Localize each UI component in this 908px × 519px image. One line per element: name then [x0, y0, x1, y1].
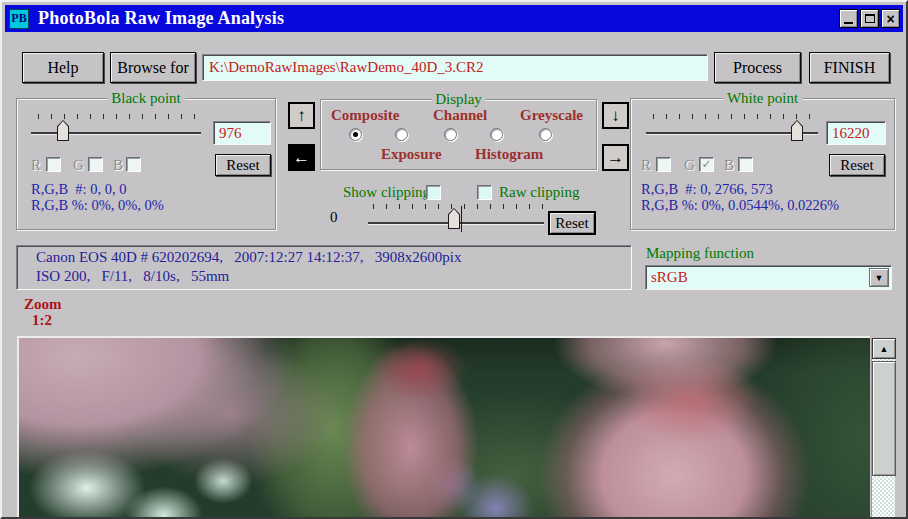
black-point-r-label: R: [31, 157, 41, 174]
black-point-g-checkbox[interactable]: [88, 157, 103, 172]
photo-vertical-scrollbar[interactable]: ▲: [871, 338, 895, 519]
scrollbar-up-button[interactable]: ▲: [872, 338, 896, 359]
arrow-up-icon: ↑: [297, 106, 306, 126]
white-point-b-label: B: [724, 157, 734, 174]
white-point-r-label: R: [641, 157, 651, 174]
black-point-rgb-count: R,G,B #: 0, 0, 0: [31, 181, 126, 198]
pan-down-button[interactable]: ↓: [602, 102, 629, 129]
camera-info-line2: ISO 200, F/11, 8/10s, 55mm: [36, 268, 229, 285]
white-point-value-field[interactable]: 16220: [826, 121, 886, 145]
white-point-b-checkbox[interactable]: [738, 157, 753, 172]
pan-left-button[interactable]: ←: [288, 144, 315, 171]
close-button[interactable]: ×: [881, 9, 900, 28]
zoom-label: Zoom: [24, 296, 62, 313]
show-clipping-label: Show clipping: [343, 184, 430, 201]
photo-frame: [17, 336, 870, 519]
white-point-rgb-count: R,G,B #: 0, 2766, 573: [641, 181, 773, 198]
arrow-left-icon: ←: [293, 148, 310, 168]
white-point-slider-ticks: [653, 114, 813, 119]
white-point-g-label: G: [684, 157, 695, 174]
mapping-function-label: Mapping function: [646, 245, 754, 262]
black-point-value-field[interactable]: 976: [213, 121, 271, 145]
black-point-g-label: G: [73, 157, 84, 174]
black-point-r-checkbox[interactable]: [46, 157, 61, 172]
title-bar[interactable]: PB PhotoBola Raw Image Analysis ×: [5, 5, 903, 32]
white-point-reset-button[interactable]: Reset: [829, 154, 885, 176]
process-button[interactable]: Process: [714, 52, 801, 83]
black-point-group: Black point 976 R G B Reset R,G,B #: 0, …: [16, 98, 276, 230]
process-button-label: Process: [733, 59, 782, 77]
mapping-function-dropdown[interactable]: sRGB ▼: [645, 265, 892, 290]
app-icon: PB: [9, 9, 29, 29]
maximize-button[interactable]: [860, 9, 879, 28]
white-point-slider-thumb[interactable]: [791, 120, 803, 141]
arrow-down-icon: ↓: [611, 106, 620, 126]
raw-clipping-label: Raw clipping: [499, 184, 579, 201]
maximize-icon: [865, 14, 875, 23]
black-point-b-label: B: [113, 157, 123, 174]
white-point-g-checkbox[interactable]: ✓: [699, 157, 714, 172]
radio-composite[interactable]: [349, 128, 362, 141]
mapping-function-value: sRGB: [651, 269, 688, 286]
black-point-reset-label: Reset: [226, 157, 259, 174]
exposure-slider-marker: [461, 206, 462, 232]
dropdown-button[interactable]: ▼: [869, 268, 889, 287]
display-group: Display Composite Channel Greyscale Expo…: [320, 99, 597, 170]
white-point-r-checkbox[interactable]: [656, 157, 671, 172]
scroll-up-icon: ▲: [880, 344, 889, 354]
white-point-group: White point 16220 R G ✓ B Reset R,G,B #:…: [630, 98, 895, 230]
mode-histogram-label: Histogram: [475, 146, 543, 163]
minimize-button[interactable]: [839, 9, 858, 28]
browse-button[interactable]: Browse for: [110, 52, 196, 83]
app-window: PB PhotoBola Raw Image Analysis × Help B…: [0, 0, 908, 519]
exposure-reset-button[interactable]: Reset: [548, 211, 596, 235]
black-point-slider-thumb[interactable]: [57, 120, 69, 141]
mode-exposure-label: Exposure: [381, 146, 442, 163]
mode-composite-label: Composite: [331, 107, 399, 124]
white-point-title: White point: [723, 90, 802, 107]
show-clipping-checkbox[interactable]: [426, 185, 441, 200]
close-icon: ×: [886, 12, 894, 26]
checkmark-icon: ✓: [701, 157, 711, 172]
black-point-slider-ticks: [38, 114, 198, 119]
camera-info-panel: Canon EOS 40D # 620202694, 2007:12:27 14…: [16, 245, 632, 290]
file-path-value: K:\DemoRawImages\RawDemo_40D_3.CR2: [209, 59, 484, 76]
display-title: Display: [431, 91, 486, 108]
radio-exposure[interactable]: [395, 128, 408, 141]
black-point-title: Black point: [107, 90, 185, 107]
white-point-value: 16220: [832, 125, 870, 142]
black-point-value: 976: [219, 125, 242, 142]
black-point-reset-button[interactable]: Reset: [215, 154, 271, 176]
raw-clipping-checkbox[interactable]: [477, 185, 492, 200]
exposure-slider-thumb[interactable]: [448, 208, 460, 229]
finish-button-label: FINISH: [824, 59, 876, 77]
black-point-rgb-percent: R,G,B %: 0%, 0%, 0%: [31, 197, 164, 214]
scrollbar-thumb[interactable]: [872, 361, 896, 476]
window-title: PhotoBola Raw Image Analysis: [38, 8, 284, 29]
file-path-input[interactable]: K:\DemoRawImages\RawDemo_40D_3.CR2: [202, 54, 708, 81]
zoom-ratio: 1:2: [32, 312, 52, 329]
browse-button-label: Browse for: [117, 59, 189, 77]
chevron-down-icon: ▼: [875, 273, 884, 283]
photo-preview[interactable]: [19, 338, 870, 519]
radio-histogram[interactable]: [490, 128, 503, 141]
help-button[interactable]: Help: [22, 52, 104, 83]
pan-right-button[interactable]: →: [602, 144, 629, 171]
pan-up-button[interactable]: ↑: [288, 102, 315, 129]
white-point-reset-label: Reset: [840, 157, 873, 174]
black-point-b-checkbox[interactable]: [126, 157, 141, 172]
arrow-right-icon: →: [607, 148, 624, 168]
mode-greyscale-label: Greyscale: [520, 107, 583, 124]
help-button-label: Help: [47, 59, 78, 77]
exposure-slider-value: 0: [330, 209, 338, 226]
white-point-rgb-percent: R,G,B %: 0%, 0.0544%, 0.0226%: [641, 197, 839, 214]
exposure-reset-label: Reset: [555, 215, 588, 232]
radio-greyscale[interactable]: [539, 128, 552, 141]
radio-channel[interactable]: [444, 128, 457, 141]
minimize-icon: [844, 22, 853, 24]
mode-channel-label: Channel: [433, 107, 487, 124]
finish-button[interactable]: FINISH: [809, 52, 890, 83]
camera-info-line1: Canon EOS 40D # 620202694, 2007:12:27 14…: [36, 249, 461, 266]
